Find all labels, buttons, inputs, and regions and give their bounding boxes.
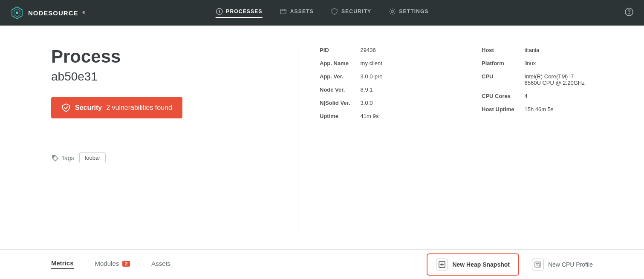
header: NODESOURCE® PROCESSES ASSETS S [0, 0, 644, 26]
right-panel: Host titania Platform linux CPU Intel(R)… [460, 47, 610, 236]
app-ver-value: 3.0.0-pre [361, 73, 439, 80]
host-uptime-label: Host Uptime [482, 106, 514, 112]
new-heap-snapshot-button[interactable]: New Heap Snapshot [427, 253, 519, 276]
nav-settings[interactable]: SETTINGS [388, 8, 429, 18]
nsolid-ver-value: 3.0.0 [361, 100, 439, 106]
tags-label: Tags [61, 155, 74, 161]
nsolid-ver-label: N|Solid Ver. [320, 100, 350, 106]
logo: NODESOURCE® [10, 6, 86, 20]
help-icon[interactable] [624, 7, 634, 19]
cpu-value: Intel(R) Core(TM) i7-6560U CPU @ 2.20GHz [525, 73, 589, 86]
security-badge[interactable]: Security 2 vulnerabilities found [51, 97, 182, 118]
footer-actions: New Heap Snapshot New CPU Profile [427, 253, 593, 276]
app-ver-label: App. Ver. [320, 73, 350, 80]
nav-security[interactable]: SECURITY [331, 8, 371, 18]
cpu-cores-value: 4 [525, 93, 589, 99]
nav-assets[interactable]: ASSETS [280, 8, 314, 18]
cpu-label: CPU [482, 73, 514, 80]
platform-value: linux [525, 60, 589, 66]
svg-rect-4 [280, 9, 286, 14]
main-content: Process ab50e31 Security 2 vulnerabiliti… [0, 26, 644, 279]
mid-panel: PID 29436 App. Name my client App. Ver. … [298, 47, 460, 236]
uptime-label: Uptime [320, 113, 350, 119]
app-name-label: App. Name [320, 60, 350, 66]
process-info-table: PID 29436 App. Name my client App. Ver. … [320, 47, 439, 119]
app-name-value: my client [361, 60, 439, 66]
node-ver-label: Node Ver. [320, 86, 350, 93]
cpu-cores-label: CPU Cores [482, 93, 514, 99]
main-nav: PROCESSES ASSETS SECURITY SETTIN [215, 8, 429, 18]
host-uptime-value: 15h 46m 5s [525, 106, 589, 112]
content-area: Process ab50e31 Security 2 vulnerabiliti… [0, 26, 644, 249]
svg-point-8 [391, 10, 393, 12]
logo-reg: ® [83, 11, 86, 15]
platform-label: Platform [482, 60, 514, 66]
cpu-profile-icon [532, 259, 544, 270]
left-panel: Process ab50e31 Security 2 vulnerabiliti… [51, 47, 298, 236]
pid-value: 29436 [361, 47, 439, 53]
svg-point-11 [53, 156, 54, 157]
process-id: ab50e31 [51, 70, 272, 83]
tab-modules[interactable]: Modules 2 [95, 260, 130, 269]
footer-bar: Metrics Modules 2 Assets New Heap Snapsh… [0, 249, 644, 279]
pid-label: PID [320, 47, 350, 53]
new-cpu-profile-button[interactable]: New CPU Profile [532, 259, 593, 270]
tab-assets[interactable]: Assets [151, 260, 170, 269]
host-value: titania [525, 47, 589, 53]
modules-badge: 2 [122, 261, 130, 267]
uptime-value: 41m 9s [361, 113, 439, 119]
tab-metrics[interactable]: Metrics [51, 259, 74, 269]
process-title: Process [51, 47, 272, 66]
tags-row: Tags foobar [51, 152, 272, 163]
security-vuln-text: 2 vulnerabilities found [106, 104, 172, 112]
security-label: Security [75, 104, 102, 112]
svg-rect-15 [535, 262, 541, 267]
tags-label-group: Tags [51, 154, 74, 162]
system-info-table: Host titania Platform linux CPU Intel(R)… [482, 47, 589, 112]
node-ver-value: 8.9.1 [361, 86, 439, 93]
tag-chip-foobar[interactable]: foobar [79, 152, 106, 163]
svg-point-2 [16, 12, 18, 14]
nav-processes[interactable]: PROCESSES [215, 8, 263, 18]
heap-snapshot-icon [436, 259, 448, 270]
host-label: Host [482, 47, 514, 53]
logo-text: NODESOURCE [28, 9, 78, 17]
svg-point-10 [629, 13, 630, 14]
